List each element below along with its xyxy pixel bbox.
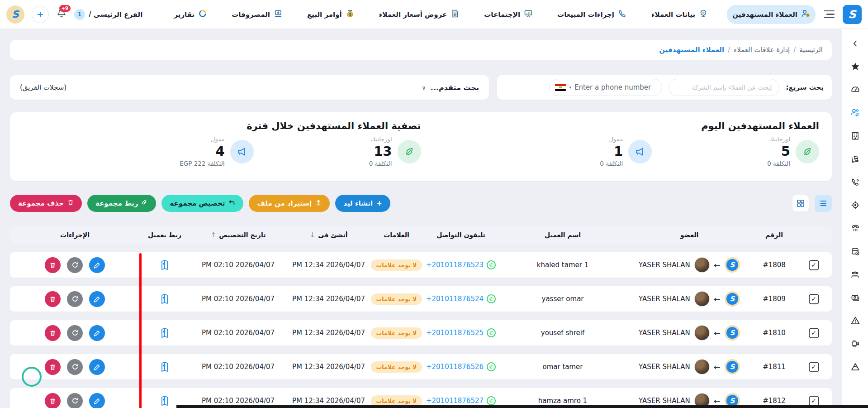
link-client-icon[interactable] [159, 395, 170, 407]
phone-link[interactable]: +201011876523 [426, 261, 484, 269]
phone-link[interactable]: +201011876525 [426, 329, 484, 337]
call-phone-icon[interactable] [850, 177, 861, 187]
refresh-button[interactable] [67, 359, 83, 375]
delete-button[interactable] [45, 359, 61, 375]
header-member[interactable]: العضو [626, 231, 753, 239]
nav-label: الإجتماعات [484, 10, 520, 19]
chat-widget-ring[interactable] [22, 367, 42, 387]
nav-item-sales-orders[interactable]: $ أوامر البيع [302, 5, 360, 24]
link-client-icon[interactable] [159, 259, 170, 271]
nav-label: تقارير [174, 10, 195, 19]
edit-button[interactable] [89, 325, 105, 341]
header-assigned[interactable]: تاريخ التخصيص ↑ [190, 231, 287, 239]
nav-item-reports[interactable]: تقارير [169, 5, 213, 24]
nav-item-sales-actions[interactable]: إجراءات المبيعات [552, 5, 632, 24]
notifications-button[interactable]: +9 [56, 8, 67, 21]
company-search-input[interactable] [669, 79, 779, 96]
breadcrumb-section[interactable]: إدارة علاقات العملاء [734, 46, 790, 54]
header-link-client[interactable]: ربط بعميل [140, 231, 190, 239]
quick-add-button[interactable]: + [32, 6, 49, 23]
refresh-button[interactable] [67, 291, 83, 307]
refresh-button[interactable] [67, 325, 83, 341]
row-checkbox[interactable]: ✓ [809, 294, 819, 304]
link-client-icon[interactable] [159, 327, 170, 339]
row-created-date: PM 12:34 2026/04/07 [287, 397, 370, 405]
sort-down-icon[interactable]: ↓ [310, 231, 316, 239]
branch-selector[interactable]: الفرع الرئيسي / 1 [74, 9, 142, 20]
import-file-button[interactable]: إستيراد من ملف [249, 195, 330, 212]
row-created-date: PM 12:34 2026/04/07 [287, 295, 370, 303]
company-logo[interactable]: S [6, 5, 24, 24]
collapse-chevron-icon[interactable] [850, 38, 861, 49]
whatsapp-icon[interactable]: ✆ [487, 396, 496, 405]
hamburger-menu-icon[interactable] [824, 10, 835, 19]
telephone-keypad-icon[interactable] [850, 223, 861, 234]
stats-today-title: العملاء المستهدفين اليوم [421, 120, 820, 131]
no-tags-badge: لا يوجد علامات [371, 327, 422, 339]
phone-search-input[interactable]: ▾ Enter a phone number [549, 79, 662, 96]
assign-group-button[interactable]: تخصيص مجموعه [161, 195, 243, 212]
goals-mountain-icon[interactable] [850, 361, 861, 372]
refresh-button[interactable] [67, 257, 83, 273]
calendar-event-icon[interactable] [850, 246, 861, 257]
phone-link[interactable]: +201011876524 [426, 295, 484, 303]
app-logo[interactable]: S [843, 5, 862, 24]
company-building-icon[interactable] [850, 130, 861, 141]
advanced-search-toggle[interactable]: بحث متقدم... [431, 83, 479, 92]
favorites-star-icon[interactable] [850, 61, 861, 72]
link-group-button[interactable]: ربط مجموعة [87, 195, 156, 212]
delete-button[interactable] [45, 257, 61, 273]
link-client-icon[interactable] [159, 293, 170, 305]
phone-link[interactable]: +201011876527 [426, 397, 484, 405]
nav-item-leads[interactable]: $ العملاء المستهدفين [727, 5, 816, 24]
delete-group-button[interactable]: حذف مجموعة [10, 195, 82, 212]
nav-item-customer-data[interactable]: بيانات العملاء [646, 5, 713, 24]
alerts-warning-icon[interactable] [850, 315, 861, 326]
row-checkbox[interactable]: ✓ [809, 260, 819, 270]
edit-button[interactable] [89, 359, 105, 375]
whatsapp-icon[interactable]: ✆ [487, 260, 496, 269]
upload-icon [315, 199, 322, 207]
lead-target-icon[interactable] [850, 200, 861, 211]
dashboard-gauge-icon[interactable] [850, 84, 861, 95]
row-checkbox[interactable]: ✓ [809, 328, 819, 338]
chevron-down-icon[interactable]: ∨ [422, 84, 426, 91]
breadcrumb-home[interactable]: الرئيسية [799, 46, 823, 54]
leads-transfer-icon[interactable] [850, 107, 861, 118]
delete-button[interactable] [45, 325, 61, 341]
edit-button[interactable] [89, 257, 105, 273]
video-meeting-icon[interactable] [850, 338, 861, 349]
whatsapp-icon[interactable]: ✆ [487, 328, 496, 337]
supplies-trolley-icon[interactable] [850, 154, 861, 164]
meeting-room-icon[interactable] [850, 269, 861, 280]
delete-button[interactable] [45, 291, 61, 307]
list-view-button[interactable] [815, 195, 832, 212]
row-customer-name[interactable]: yasser omar [499, 295, 626, 303]
link-client-icon[interactable] [159, 361, 170, 373]
row-customer-name[interactable]: yousef shreif [499, 329, 626, 337]
row-checkbox[interactable]: ✓ [809, 362, 819, 372]
header-name[interactable]: اسم العميل [499, 231, 626, 239]
nav-item-meetings[interactable]: الإجتماعات [479, 5, 538, 24]
row-customer-name[interactable]: khaled tamer 1 [499, 261, 626, 269]
nav-item-expenses[interactable]: $ المصروفات [226, 5, 288, 24]
refresh-button[interactable] [67, 393, 83, 408]
flag-caret-icon[interactable]: ▾ [569, 85, 571, 90]
nav-item-quotes[interactable]: عروض أسعار العملاء [374, 5, 465, 24]
header-id[interactable]: الرقم [753, 231, 796, 239]
sort-up-icon[interactable]: ↑ [211, 231, 217, 239]
grid-view-button[interactable] [792, 195, 809, 212]
edit-button[interactable] [89, 393, 105, 408]
delete-button[interactable] [45, 393, 61, 408]
header-phone[interactable]: تليفون التواصل [422, 231, 499, 239]
row-customer-name[interactable]: hamza amro 1 [499, 397, 626, 405]
create-lead-button[interactable]: + انشاء ليد [335, 195, 390, 212]
edit-button[interactable] [89, 291, 105, 307]
header-created[interactable]: أنشئ فى ↓ [287, 231, 370, 239]
header-tags[interactable]: العلامات [370, 231, 422, 239]
whatsapp-icon[interactable]: ✆ [487, 362, 496, 371]
row-customer-name[interactable]: omar tamer [499, 363, 626, 371]
phone-link[interactable]: +201011876526 [426, 363, 484, 371]
whatsapp-icon[interactable]: ✆ [487, 294, 496, 303]
payments-cash-icon[interactable] [850, 292, 861, 303]
